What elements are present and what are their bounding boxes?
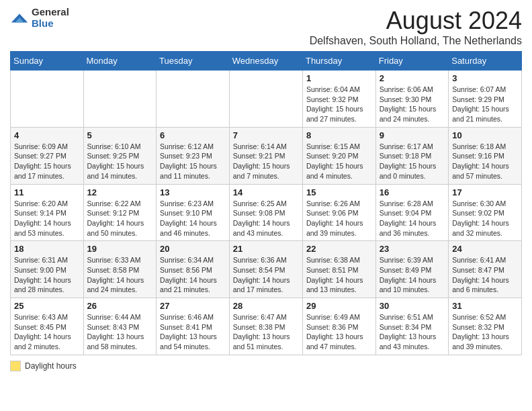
day-info: Sunrise: 6:10 AM Sunset: 9:25 PM Dayligh… (87, 142, 153, 181)
day-number: 23 (380, 244, 445, 254)
day-info: Sunrise: 6:44 AM Sunset: 8:43 PM Dayligh… (87, 312, 153, 352)
day-info: Sunrise: 6:25 AM Sunset: 9:08 PM Dayligh… (233, 199, 299, 238)
day-info: Sunrise: 6:06 AM Sunset: 9:30 PM Dayligh… (380, 85, 445, 124)
day-number: 27 (160, 301, 226, 311)
legend-box (10, 361, 21, 371)
day-number: 3 (452, 73, 518, 83)
day-info: Sunrise: 6:15 AM Sunset: 9:20 PM Dayligh… (306, 142, 372, 181)
day-number: 18 (14, 244, 80, 254)
col-header-friday: Friday (375, 52, 449, 71)
day-number: 6 (160, 130, 226, 140)
calendar-cell: 23Sunrise: 6:39 AM Sunset: 8:49 PM Dayli… (375, 241, 449, 298)
logo-general: General (32, 7, 69, 18)
day-number: 7 (233, 130, 299, 140)
col-header-wednesday: Wednesday (229, 52, 302, 71)
day-info: Sunrise: 6:39 AM Sunset: 8:49 PM Dayligh… (380, 255, 445, 295)
day-number: 12 (87, 187, 153, 197)
legend-label: Daylight hours (25, 361, 77, 371)
calendar-cell: 30Sunrise: 6:51 AM Sunset: 8:34 PM Dayli… (375, 298, 449, 355)
day-number: 29 (306, 301, 372, 311)
day-info: Sunrise: 6:46 AM Sunset: 8:41 PM Dayligh… (160, 312, 226, 352)
calendar-cell: 15Sunrise: 6:26 AM Sunset: 9:06 PM Dayli… (302, 184, 375, 241)
calendar-cell: 10Sunrise: 6:18 AM Sunset: 9:16 PM Dayli… (449, 127, 522, 184)
day-number: 19 (87, 244, 153, 254)
day-number: 17 (452, 187, 518, 197)
calendar-cell: 8Sunrise: 6:15 AM Sunset: 9:20 PM Daylig… (302, 127, 375, 184)
calendar-cell: 7Sunrise: 6:14 AM Sunset: 9:21 PM Daylig… (229, 127, 302, 184)
calendar-cell: 28Sunrise: 6:47 AM Sunset: 8:38 PM Dayli… (229, 298, 302, 355)
day-number: 4 (14, 130, 80, 140)
day-number: 16 (380, 187, 445, 197)
day-number: 21 (233, 244, 299, 254)
day-info: Sunrise: 6:09 AM Sunset: 9:27 PM Dayligh… (14, 142, 80, 181)
calendar-cell: 21Sunrise: 6:36 AM Sunset: 8:54 PM Dayli… (229, 241, 302, 298)
day-number: 9 (380, 130, 445, 140)
page-header: General Blue August 2024 Delfshaven, Sou… (10, 7, 522, 47)
calendar-cell: 4Sunrise: 6:09 AM Sunset: 9:27 PM Daylig… (11, 127, 84, 184)
day-info: Sunrise: 6:33 AM Sunset: 8:58 PM Dayligh… (87, 255, 153, 295)
day-info: Sunrise: 6:30 AM Sunset: 9:02 PM Dayligh… (452, 199, 518, 238)
day-info: Sunrise: 6:47 AM Sunset: 8:38 PM Dayligh… (233, 312, 299, 352)
day-number: 22 (306, 244, 372, 254)
logo-blue: Blue (32, 18, 69, 30)
calendar-cell: 19Sunrise: 6:33 AM Sunset: 8:58 PM Dayli… (83, 241, 157, 298)
day-number: 11 (14, 187, 80, 197)
logo-text: General Blue (32, 7, 69, 29)
day-number: 28 (233, 301, 299, 311)
day-number: 10 (452, 130, 518, 140)
day-info: Sunrise: 6:18 AM Sunset: 9:16 PM Dayligh… (452, 142, 518, 181)
calendar-week-row: 1Sunrise: 6:04 AM Sunset: 9:32 PM Daylig… (11, 71, 522, 128)
col-header-sunday: Sunday (11, 52, 84, 71)
day-number: 25 (14, 301, 80, 311)
day-number: 5 (87, 130, 153, 140)
day-info: Sunrise: 6:12 AM Sunset: 9:23 PM Dayligh… (160, 142, 226, 181)
day-info: Sunrise: 6:52 AM Sunset: 8:32 PM Dayligh… (452, 312, 518, 352)
title-block: August 2024 Delfshaven, South Holland, T… (310, 7, 522, 47)
logo-icon (10, 9, 29, 28)
calendar-cell: 20Sunrise: 6:34 AM Sunset: 8:56 PM Dayli… (157, 241, 230, 298)
day-number: 24 (452, 244, 518, 254)
day-number: 13 (160, 187, 226, 197)
calendar-cell: 9Sunrise: 6:17 AM Sunset: 9:18 PM Daylig… (375, 127, 449, 184)
calendar-table: SundayMondayTuesdayWednesdayThursdayFrid… (10, 51, 522, 355)
day-info: Sunrise: 6:51 AM Sunset: 8:34 PM Dayligh… (380, 312, 445, 352)
calendar-cell: 5Sunrise: 6:10 AM Sunset: 9:25 PM Daylig… (83, 127, 157, 184)
calendar-cell: 11Sunrise: 6:20 AM Sunset: 9:14 PM Dayli… (11, 184, 84, 241)
calendar-cell: 18Sunrise: 6:31 AM Sunset: 9:00 PM Dayli… (11, 241, 84, 298)
calendar-cell (157, 71, 230, 128)
calendar-cell: 17Sunrise: 6:30 AM Sunset: 9:02 PM Dayli… (449, 184, 522, 241)
day-number: 8 (306, 130, 372, 140)
day-info: Sunrise: 6:07 AM Sunset: 9:29 PM Dayligh… (452, 85, 518, 124)
day-info: Sunrise: 6:34 AM Sunset: 8:56 PM Dayligh… (160, 255, 226, 295)
day-info: Sunrise: 6:26 AM Sunset: 9:06 PM Dayligh… (306, 199, 372, 238)
day-info: Sunrise: 6:36 AM Sunset: 8:54 PM Dayligh… (233, 255, 299, 295)
day-info: Sunrise: 6:14 AM Sunset: 9:21 PM Dayligh… (233, 142, 299, 181)
day-info: Sunrise: 6:23 AM Sunset: 9:10 PM Dayligh… (160, 199, 226, 238)
calendar-cell (229, 71, 302, 128)
calendar-cell (83, 71, 157, 128)
day-number: 30 (380, 301, 445, 311)
day-number: 15 (306, 187, 372, 197)
day-number: 2 (380, 73, 445, 83)
calendar-cell: 12Sunrise: 6:22 AM Sunset: 9:12 PM Dayli… (83, 184, 157, 241)
day-info: Sunrise: 6:22 AM Sunset: 9:12 PM Dayligh… (87, 199, 153, 238)
col-header-saturday: Saturday (449, 52, 522, 71)
day-info: Sunrise: 6:04 AM Sunset: 9:32 PM Dayligh… (306, 85, 372, 124)
col-header-monday: Monday (83, 52, 157, 71)
location-subtitle: Delfshaven, South Holland, The Netherlan… (310, 35, 522, 47)
calendar-cell: 14Sunrise: 6:25 AM Sunset: 9:08 PM Dayli… (229, 184, 302, 241)
calendar-cell: 1Sunrise: 6:04 AM Sunset: 9:32 PM Daylig… (302, 71, 375, 128)
col-header-thursday: Thursday (302, 52, 375, 71)
day-info: Sunrise: 6:20 AM Sunset: 9:14 PM Dayligh… (14, 199, 80, 238)
day-info: Sunrise: 6:38 AM Sunset: 8:51 PM Dayligh… (306, 255, 372, 295)
calendar-week-row: 18Sunrise: 6:31 AM Sunset: 9:00 PM Dayli… (11, 241, 522, 298)
logo: General Blue (10, 7, 69, 29)
day-info: Sunrise: 6:49 AM Sunset: 8:36 PM Dayligh… (306, 312, 372, 352)
day-info: Sunrise: 6:31 AM Sunset: 9:00 PM Dayligh… (14, 255, 80, 295)
day-number: 31 (452, 301, 518, 311)
calendar-week-row: 4Sunrise: 6:09 AM Sunset: 9:27 PM Daylig… (11, 127, 522, 184)
calendar-cell: 25Sunrise: 6:43 AM Sunset: 8:45 PM Dayli… (11, 298, 84, 355)
day-info: Sunrise: 6:17 AM Sunset: 9:18 PM Dayligh… (380, 142, 445, 181)
calendar-cell: 16Sunrise: 6:28 AM Sunset: 9:04 PM Dayli… (375, 184, 449, 241)
calendar-cell: 26Sunrise: 6:44 AM Sunset: 8:43 PM Dayli… (83, 298, 157, 355)
